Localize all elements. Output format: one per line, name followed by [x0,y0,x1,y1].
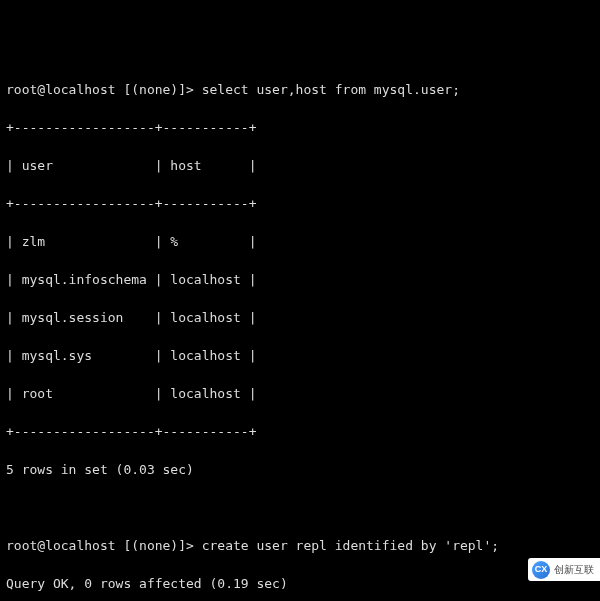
prompt: root@localhost [(none)]> [6,82,202,97]
result-summary: 5 rows in set (0.03 sec) [6,460,594,479]
sql-command: select user,host from mysql.user; [202,82,460,97]
table-row: | mysql.sys | localhost | [6,346,594,365]
result-summary: Query OK, 0 rows affected (0.19 sec) [6,574,594,593]
table-border: +------------------+-----------+ [6,422,594,441]
sql-command: create user repl identified by 'repl'; [202,538,499,553]
watermark-text: 创新互联 [554,560,594,579]
table-border: +------------------+-----------+ [6,118,594,137]
table-row: | mysql.infoschema | localhost | [6,270,594,289]
table-header: | user | host | [6,156,594,175]
table-row: | mysql.session | localhost | [6,308,594,327]
table-row: | zlm | % | [6,232,594,251]
terminal-line: root@localhost [(none)]> create user rep… [6,536,594,555]
blank-line [6,498,594,517]
table-border: +------------------+-----------+ [6,194,594,213]
watermark-logo-icon: CX [532,561,550,579]
terminal-line: root@localhost [(none)]> select user,hos… [6,80,594,99]
table-row: | root | localhost | [6,384,594,403]
watermark: CX 创新互联 [528,558,600,581]
prompt: root@localhost [(none)]> [6,538,202,553]
